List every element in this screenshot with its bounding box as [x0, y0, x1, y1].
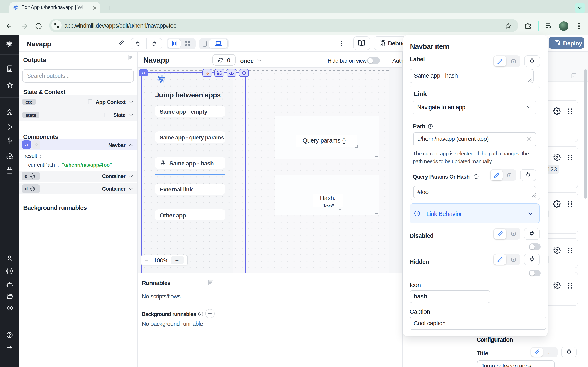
svg-text:f: f [513, 233, 514, 235]
svg-text:f: f [513, 60, 514, 63]
svg-text:f: f [549, 350, 550, 354]
svg-text:f: f [509, 174, 510, 177]
svg-text:f: f [513, 258, 514, 261]
